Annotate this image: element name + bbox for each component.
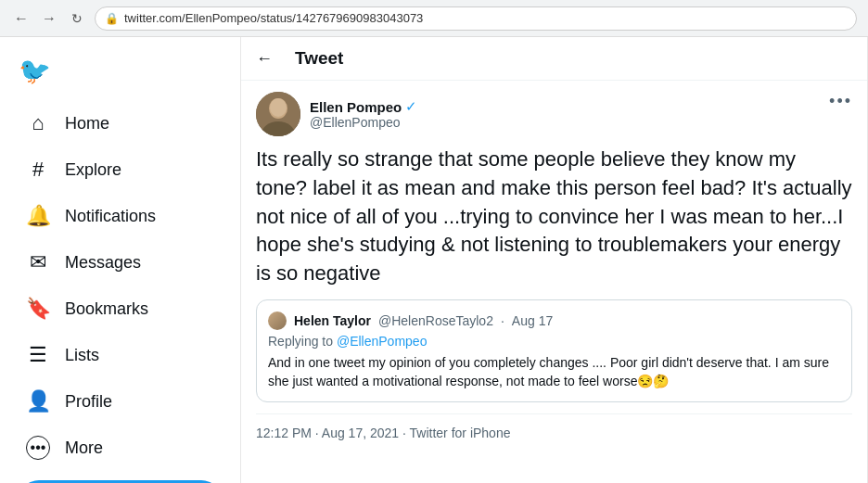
sidebar-item-label: Lists — [65, 346, 99, 365]
sidebar-item-home[interactable]: ⌂ Home — [7, 102, 233, 145]
quoted-tweet[interactable]: Helen Taylor @HelenRoseTaylo2 · Aug 17 R… — [256, 299, 852, 402]
twitter-bird-icon: 🐦 — [19, 57, 51, 85]
tweet-timestamp: 12:12 PM · Aug 17, 2021 · Twitter for iP… — [256, 413, 852, 440]
sidebar-item-label: Explore — [65, 160, 121, 180]
browser-chrome: ← → ↻ 🔒 twitter.com/EllenPompeo/status/1… — [0, 0, 868, 37]
twitter-logo[interactable]: 🐦 — [0, 46, 240, 100]
sidebar-item-label: Profile — [65, 392, 112, 412]
tweet-more-button[interactable]: ••• — [829, 92, 852, 111]
page-title: Tweet — [295, 48, 343, 69]
notifications-icon: 🔔 — [26, 204, 50, 228]
avatar-image — [256, 92, 300, 136]
sidebar-item-label: Notifications — [65, 207, 156, 226]
tweet-text: Its really so strange that some people b… — [256, 146, 852, 288]
lists-icon: ☰ — [26, 343, 50, 367]
sidebar-item-label: Messages — [65, 253, 141, 273]
quoted-author-row: Helen Taylor @HelenRoseTaylo2 · Aug 17 — [268, 311, 840, 330]
sidebar-item-notifications[interactable]: 🔔 Notifications — [7, 195, 233, 237]
back-button[interactable]: ← — [256, 49, 273, 69]
sidebar-item-label: More — [65, 439, 103, 458]
author-avatar[interactable] — [256, 92, 300, 136]
quoted-avatar — [268, 311, 287, 330]
home-icon: ⌂ — [26, 111, 50, 135]
profile-icon: 👤 — [26, 389, 50, 413]
author-name-row: Ellen Pompeo ✓ — [310, 98, 417, 115]
lock-icon: 🔒 — [105, 12, 119, 25]
author-handle: @EllenPompeo — [310, 115, 417, 130]
app-container: 🐦 ⌂ Home # Explore 🔔 Notifications ✉ Mes… — [0, 37, 868, 483]
quoted-date-value: Aug 17 — [512, 313, 553, 328]
sidebar-item-messages[interactable]: ✉ Messages — [7, 241, 233, 284]
url-text: twitter.com/EllenPompeo/status/142767969… — [124, 11, 423, 25]
address-bar[interactable]: 🔒 twitter.com/EllenPompeo/status/1427679… — [95, 6, 857, 31]
sidebar-item-label: Bookmarks — [65, 299, 148, 319]
tweet-author-row: Ellen Pompeo ✓ @EllenPompeo ••• — [256, 92, 852, 136]
svg-point-3 — [270, 98, 287, 117]
main-content: ← Tweet — [241, 37, 868, 483]
sidebar: 🐦 ⌂ Home # Explore 🔔 Notifications ✉ Mes… — [0, 37, 241, 483]
sidebar-item-more[interactable]: ••• More — [7, 426, 233, 469]
sidebar-item-lists[interactable]: ☰ Lists — [7, 334, 233, 376]
quoted-author-handle: @HelenRoseTaylo2 — [378, 313, 493, 328]
author-name: Ellen Pompeo — [310, 99, 402, 115]
explore-icon: # — [26, 158, 50, 182]
quoted-replying-to: Replying to @EllenPompeo — [268, 334, 840, 349]
bookmarks-icon: 🔖 — [26, 297, 50, 321]
quoted-date: · — [501, 313, 504, 328]
sidebar-item-label: Home — [65, 114, 109, 133]
sidebar-item-bookmarks[interactable]: 🔖 Bookmarks — [7, 287, 233, 330]
sidebar-item-profile[interactable]: 👤 Profile — [7, 380, 233, 423]
more-icon: ••• — [26, 436, 50, 460]
author-text-info: Ellen Pompeo ✓ @EllenPompeo — [310, 98, 417, 130]
back-nav-button[interactable]: ← — [11, 8, 32, 29]
forward-nav-button[interactable]: → — [39, 8, 59, 29]
tweet-page-header: ← Tweet — [241, 37, 867, 81]
verified-badge-icon: ✓ — [405, 98, 417, 115]
quoted-author-name: Helen Taylor — [294, 313, 371, 328]
sidebar-item-explore[interactable]: # Explore — [7, 148, 233, 191]
quoted-tweet-text: And in one tweet my opinion of you compl… — [268, 354, 840, 390]
refresh-button[interactable]: ↻ — [67, 8, 87, 29]
tweet-author-info: Ellen Pompeo ✓ @EllenPompeo — [256, 92, 417, 136]
quoted-replying-handle: @EllenPompeo — [337, 334, 428, 349]
messages-icon: ✉ — [26, 250, 50, 274]
tweet-card: Ellen Pompeo ✓ @EllenPompeo ••• Its real… — [241, 81, 867, 451]
